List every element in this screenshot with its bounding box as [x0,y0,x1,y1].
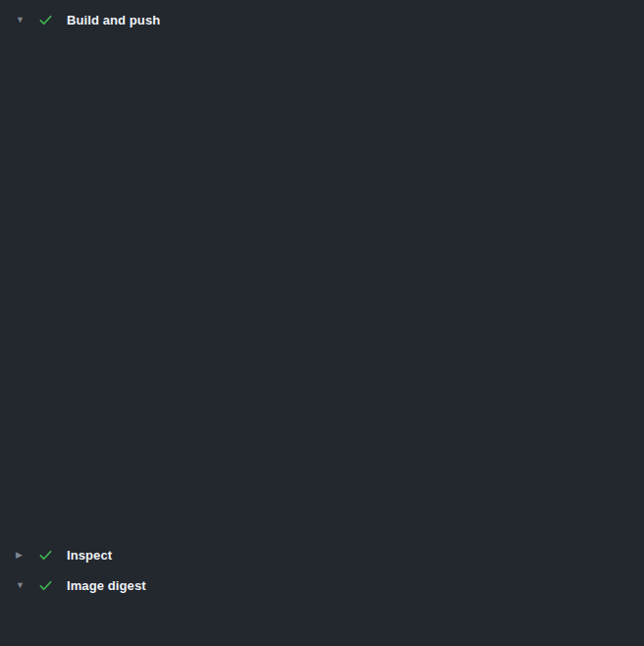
log-line: 22#1 [internal] load .dockerignore [0,201,644,219]
log-line: 17/usr/bin/docker buildx build --tag loc… [0,113,644,131]
log-line: 4sha256:e7ff8834a5963a2785c5a0811e979d16… [0,624,644,642]
log-line: 20#2 DONE 0.0s [0,166,644,184]
log-line: 36#4 unpacking docker.io/library/alpine@… [0,449,644,466]
success-check-icon [38,13,53,27]
log-line: 31#4 sha256:a15790640a6690aa1730c38cf0a4… [0,360,644,378]
actions-log-viewer: ▼ Build and push 1▶Run ./ 14 Using build… [0,0,644,646]
log-line: 39#5 [2/2] RUN echo "Hello world!" [0,502,644,519]
log-line: 37#4 DONE 0.4s [0,466,644,484]
log-line: 25 [0,254,644,272]
section-header[interactable]: ▼ Build and push [0,6,644,33]
log-line: 30#4 resolve docker.io/library/alpine@sh… [0,343,644,360]
log-line: 27#3 DONE 0.4s [0,290,644,307]
log-line: 14 Using builder instance builder-single… [0,60,644,78]
log-line: 28 [0,307,644,325]
log-line: 38 [0,484,644,502]
section-title: Inspect [67,548,112,563]
chevron-down-icon[interactable]: ▼ [16,580,29,590]
section-log-body: 1▶Run echo sha256:e7ff8834a5963a2785c5a0… [0,607,644,642]
log-line: 19#2 transferring dockerfile: 74B 0.0s d… [0,148,644,166]
success-check-icon [38,578,53,593]
log-line: 26#3 [internal] load metadata for docker… [0,272,644,290]
log-line: 16 Starting build... [0,95,644,113]
section-title: Image digest [67,578,146,593]
log-line: 18#2 [internal] load build definition fr… [0,131,644,148]
section-log-body: 1▶Run ./ 14 Using builder instance build… [0,42,644,537]
chevron-right-icon[interactable]: ▶ [16,550,29,560]
log-line: 23#1 transferring context: 2B 0.0s done [0,219,644,237]
log-line: 24#1 DONE 0.0s [0,237,644,254]
success-check-icon [38,548,53,563]
log-section-build-and-push: ▼ Build and push 1▶Run ./ 14 Using build… [0,6,644,537]
log-line: 40#5 0.060 Hello world! [0,519,644,537]
log-line: 34#4 sha256:185518070891758909c9f839cf4c… [0,413,644,431]
log-line: 35#4 unpacking docker.io/library/alpine@… [0,431,644,449]
log-line: 21 [0,184,644,201]
log-section-image-digest: ▼ Image digest 1▶Run echo sha256:e7ff883… [0,571,644,642]
chevron-down-icon[interactable]: ▼ [16,15,29,25]
log-line: 1▶Run ./ [0,42,644,60]
log-line: 1▶Run echo sha256:e7ff8834a5963a2785c5a0… [0,607,644,624]
log-line: 33#4 sha256:a24bb4013296f61e89ba57005a7b… [0,396,644,413]
section-title: Build and push [67,13,160,27]
log-section-inspect: ▶ Inspect [0,541,644,568]
log-line: 15/usr/bin/docker buildx use --builder b… [0,78,644,95]
log-line: 29#4 [1/2] FROM docker.io/library/alpine… [0,325,644,343]
section-header[interactable]: ▼ Image digest [0,571,644,599]
log-line: 32#4 sha256:df20fa9351a15782c64e6dddb2d4… [0,378,644,396]
section-header[interactable]: ▶ Inspect [0,541,644,568]
